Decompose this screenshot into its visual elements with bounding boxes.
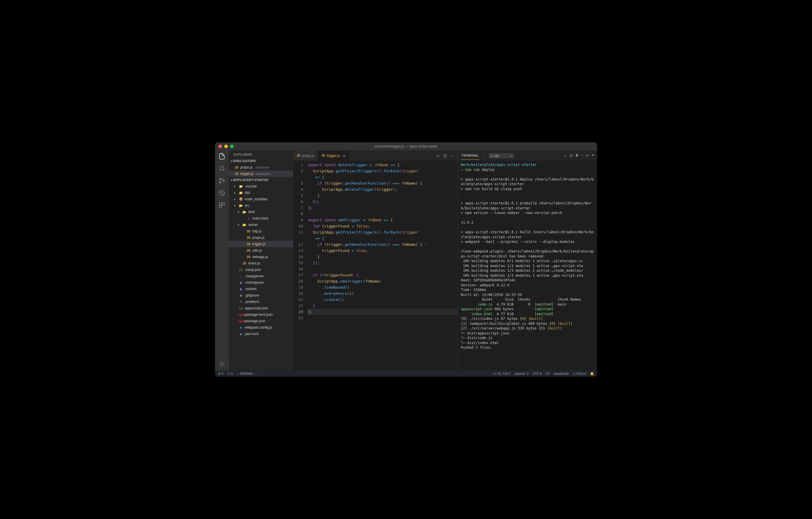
tree-item[interactable]: ◉.eslintrc	[229, 286, 293, 292]
tree-item[interactable]: JSprops.js	[229, 235, 293, 241]
tree-item[interactable]: npmpackage-lock.json	[229, 311, 293, 318]
split-editor-icon[interactable]: ◫	[443, 153, 447, 158]
status-errors[interactable]: ⊘ 0	[218, 372, 223, 375]
tree-item[interactable]: { }.clasp.json	[229, 267, 293, 273]
project-header[interactable]: APPS-SCRIPT-STARTER	[229, 178, 293, 183]
svg-point-0	[220, 166, 224, 170]
tree-item[interactable]: ▾📂html	[229, 209, 293, 215]
status-warnings[interactable]: ⚠ 0	[227, 372, 233, 375]
status-language[interactable]: JavaScript	[554, 372, 569, 375]
split-terminal-icon[interactable]: ◫	[570, 153, 573, 158]
svg-rect-7	[219, 206, 222, 208]
status-eol[interactable]: LF	[546, 372, 550, 375]
tab-actions: ▷ ◫ ⋯	[437, 153, 458, 158]
explorer-icon[interactable]	[219, 153, 226, 160]
close-tab-icon[interactable]: ×	[343, 153, 345, 158]
editor-tab[interactable]: JStrigger.js×	[318, 150, 349, 161]
tabs-row: JSprops.jsJStrigger.js× ▷ ◫ ⋯	[293, 150, 458, 161]
tree-item[interactable]: JShttp.js	[229, 228, 293, 235]
settings-gear-icon[interactable]	[219, 360, 226, 367]
source-control-icon[interactable]	[219, 177, 226, 184]
run-icon[interactable]: ▷	[437, 153, 440, 158]
open-editors-header[interactable]: OPEN EDITORS	[229, 159, 293, 163]
svg-rect-5	[219, 203, 222, 205]
more-actions-icon[interactable]: ⋯	[450, 153, 454, 158]
tree-item[interactable]: ▾📂src	[229, 202, 293, 209]
activity-bar	[215, 150, 229, 370]
status-cursor[interactable]: Ln 23, Col 2	[493, 372, 510, 375]
sidebar-title: EXPLORER	[229, 150, 293, 159]
status-encoding[interactable]: UTF-8	[532, 372, 542, 375]
kill-terminal-icon[interactable]: 🗑	[576, 153, 579, 158]
line-gutter: 123456789101112131415161718192021222324	[293, 161, 307, 370]
terminal-tab[interactable]: TERMINAL	[461, 151, 480, 160]
new-terminal-icon[interactable]: ＋	[563, 153, 567, 158]
statusbar: ⊘ 0 ⚠ 0 -- NORMAL -- Ln 23, Col 2 Spaces…	[215, 370, 597, 377]
search-icon[interactable]	[219, 165, 226, 172]
close-panel-icon[interactable]: ✕	[591, 153, 594, 158]
terminal-body[interactable]: Work/boilerplate/apps-script-starter → n…	[458, 161, 597, 370]
code-area[interactable]: export const deleteTrigger = fnName => {…	[307, 161, 458, 370]
open-editors-list: JSprops.jssrc/serverJStrigger.jssrc/serv…	[229, 163, 293, 178]
extensions-icon[interactable]	[219, 202, 226, 209]
tree-item[interactable]: ▸📦node_modules	[229, 196, 293, 202]
file-tree: ▸📁.vscode▸📁dist▸📦node_modules▾📂src▾📂html…	[229, 183, 293, 338]
tree-item[interactable]: JSwebapp.js	[229, 254, 293, 260]
vscode-window: src/server/trigger.js — apps-script-star…	[215, 142, 597, 377]
tree-item[interactable]: P.prettierrc	[229, 299, 293, 305]
tree-item[interactable]: ▲yarn.lock	[229, 331, 293, 337]
terminal-more-icon[interactable]: ⋯	[483, 154, 486, 157]
svg-rect-6	[222, 203, 225, 205]
tree-item[interactable]: ◉.eslintignore	[229, 279, 293, 286]
svg-point-8	[221, 363, 223, 365]
tree-item[interactable]: JSindex.js	[229, 260, 293, 267]
tree-item[interactable]: npmpackage.json	[229, 318, 293, 324]
editor-group: JSprops.jsJStrigger.js× ▷ ◫ ⋯ 1234567891…	[293, 150, 458, 370]
tree-item[interactable]: ▸📁.vscode	[229, 183, 293, 189]
status-eslint[interactable]: ⚠ ESLint	[573, 372, 586, 375]
tree-item[interactable]: ▸📁dist	[229, 189, 293, 196]
svg-point-2	[220, 182, 221, 183]
terminal-shell-select[interactable]: 1: zsh	[489, 153, 514, 158]
status-vim-mode: -- NORMAL --	[237, 372, 256, 375]
tree-item[interactable]: { }appsscript.json	[229, 305, 293, 311]
tree-item[interactable]: ◆.gitignore	[229, 292, 293, 299]
open-editor-item[interactable]: JStrigger.jssrc/server	[229, 171, 293, 177]
sidebar: EXPLORER OPEN EDITORS JSprops.jssrc/serv…	[229, 150, 293, 370]
tree-item[interactable]: ▾📂server	[229, 222, 293, 228]
titlebar: src/server/trigger.js — apps-script-star…	[215, 142, 597, 150]
maximize-panel-icon[interactable]: ▭	[586, 153, 588, 158]
svg-point-1	[220, 178, 221, 180]
tree-item[interactable]: JStrigger.js	[229, 241, 293, 247]
editor-tab[interactable]: JSprops.js	[293, 150, 318, 161]
window-title: src/server/trigger.js — apps-script-star…	[215, 144, 597, 148]
tabs: JSprops.jsJStrigger.js×	[293, 150, 349, 161]
editor[interactable]: 123456789101112131415161718192021222324 …	[293, 161, 458, 370]
tree-item[interactable]: 5index.html	[229, 215, 293, 222]
status-spaces[interactable]: Spaces: 2	[514, 372, 528, 375]
svg-point-3	[223, 180, 225, 182]
tree-item[interactable]: JSutils.js	[229, 247, 293, 254]
open-editor-item[interactable]: JSprops.jssrc/server	[229, 164, 293, 171]
tree-item[interactable]: ◈webpack.config.js	[229, 324, 293, 331]
terminal-header: TERMINAL ⋯ 1: zsh ＋ ◫ 🗑 ‹ ▭ ✕	[458, 150, 597, 161]
workbench: EXPLORER OPEN EDITORS JSprops.jssrc/serv…	[215, 150, 597, 370]
tree-item[interactable]: ▫.claspignore	[229, 273, 293, 279]
status-bell-icon[interactable]: 🔔	[590, 372, 594, 375]
debug-icon[interactable]	[219, 189, 226, 196]
terminal-up-icon[interactable]: ‹	[582, 153, 583, 158]
terminal-panel: TERMINAL ⋯ 1: zsh ＋ ◫ 🗑 ‹ ▭ ✕ Work/boile…	[458, 150, 597, 370]
